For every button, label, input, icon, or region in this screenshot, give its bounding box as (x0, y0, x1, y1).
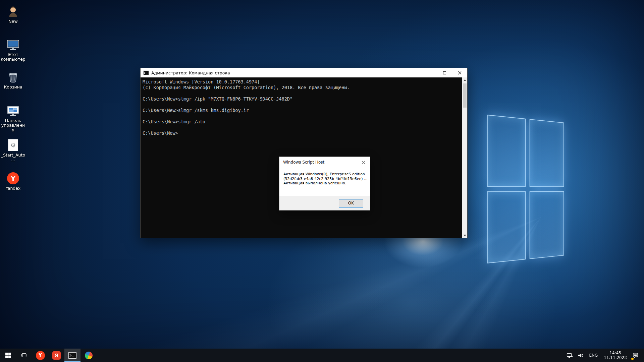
yandex-browser-icon: Y (36, 351, 45, 360)
dialog-body: Активация Windows(R), EnterpriseS editio… (279, 168, 370, 186)
window-title: Администратор: Командная строка (151, 70, 422, 75)
user-file-icon (6, 5, 20, 18)
console-scrollbar[interactable] (462, 77, 467, 238)
desktop-icon-label: Этот компьютер (1, 52, 25, 62)
task-view-button[interactable] (16, 349, 32, 362)
dialog-text: (32d2fab3-e4a8-42c2-923b-4bf4fd13e6ee) .… (283, 177, 368, 181)
taskbar-yandex-app[interactable]: Я (48, 349, 64, 362)
desktop-icon-yandex[interactable]: Y Yandex (1, 172, 25, 191)
cmd-window: Администратор: Командная строка Microsof… (140, 68, 468, 238)
desktop-icon-start-auto[interactable]: ⚙ _Start_Auto... (1, 138, 25, 162)
console-line (143, 113, 460, 119)
ok-button[interactable]: OK (339, 199, 363, 207)
task-view-icon (21, 353, 28, 358)
tray-date: 11.11.2023 (604, 355, 627, 360)
wsh-titlebar[interactable]: Windows Script Host (279, 157, 370, 168)
scroll-up-icon[interactable] (462, 77, 467, 83)
system-tray: ENG 14:45 11.11.2023 (564, 349, 644, 362)
desktop-icon-label: _Start_Auto... (1, 153, 25, 162)
show-desktop-button[interactable] (641, 349, 644, 362)
console-line: C:\Users\New>slmgr /ipk "M7XTQ-FN8P6-TTK… (143, 96, 460, 102)
recycle-bin-icon (6, 70, 20, 84)
desktop-icon-label: Корзина (4, 85, 22, 89)
console-line (143, 102, 460, 108)
taskbar: Y Я ENG 1 (0, 349, 644, 362)
cmd-app-icon (143, 70, 149, 75)
minimize-button[interactable] (422, 68, 437, 77)
console-line (143, 125, 460, 130)
cmd-titlebar[interactable]: Администратор: Командная строка (141, 68, 467, 77)
maximize-icon (443, 71, 446, 74)
language-indicator[interactable]: ENG (586, 349, 601, 362)
volume-icon (578, 353, 584, 358)
desktop-icon-label: New (8, 19, 17, 24)
start-button[interactable] (0, 349, 16, 362)
dialog-text: Активация выполнена успешно. (283, 181, 368, 186)
console-line: (c) Корпорация Майкрософт (Microsoft Cor… (143, 85, 460, 90)
maximize-button[interactable] (437, 68, 452, 77)
desktop-icon-this-pc[interactable]: Этот компьютер (1, 38, 25, 62)
taskbar-app-colorful[interactable] (80, 349, 97, 362)
desktop-icon-new[interactable]: New (1, 5, 25, 24)
wsh-dialog: Windows Script Host Активация Windows(R)… (279, 157, 370, 210)
clock[interactable]: 14:45 11.11.2023 (601, 349, 630, 362)
action-center-button[interactable] (630, 349, 641, 362)
taskbar-cmd-active[interactable] (64, 349, 80, 362)
scroll-down-icon[interactable] (462, 233, 467, 238)
minimize-icon (428, 73, 431, 73)
volume-tray-button[interactable] (575, 349, 586, 362)
console-line: C:\Users\New>slmgr /ato (143, 119, 460, 125)
console-line: C:\Users\New> (143, 130, 460, 136)
notification-badge (631, 358, 634, 360)
windows-logo-icon (5, 353, 11, 358)
dialog-title: Windows Script Host (283, 160, 357, 165)
scrollbar-thumb[interactable] (463, 83, 467, 108)
close-icon (362, 161, 365, 164)
computer-icon (6, 38, 20, 51)
colorful-app-icon (84, 350, 93, 360)
desktop-icon-label: Панель управления (1, 118, 25, 132)
yandex-app-icon: Я (52, 351, 61, 360)
ethernet-icon (567, 353, 573, 358)
gear-file-icon: ⚙ (6, 138, 20, 152)
close-icon (458, 71, 462, 75)
taskbar-yandex-browser[interactable]: Y (32, 349, 48, 362)
yandex-icon: Y (6, 172, 20, 185)
dialog-close-button[interactable] (357, 157, 370, 168)
control-panel-icon (6, 104, 20, 117)
desktop-icon-control-panel[interactable]: Панель управления (1, 104, 25, 132)
dialog-text: Активация Windows(R), EnterpriseS editio… (283, 172, 368, 177)
console-line: Microsoft Windows [Version 10.0.17763.49… (143, 79, 460, 85)
tray-time: 14:45 (609, 351, 621, 355)
console-line: C:\Users\New>slmgr /skms kms.digiboy.ir (143, 108, 460, 113)
action-center-icon (632, 352, 639, 358)
cmd-icon (68, 352, 76, 359)
close-button[interactable] (452, 68, 467, 77)
dialog-footer: OK (279, 196, 370, 210)
network-tray-button[interactable] (564, 349, 575, 362)
console-line (143, 90, 460, 96)
desktop-icon-label: Yandex (6, 186, 20, 191)
desktop-icon-recycle-bin[interactable]: Корзина (1, 70, 25, 89)
gear-icon: ⚙ (10, 142, 16, 149)
